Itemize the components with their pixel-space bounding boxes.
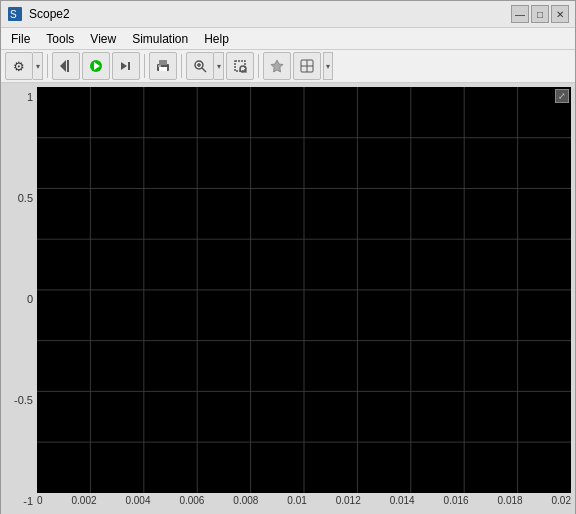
toolbar: ⚙ ▾ — [1, 50, 575, 83]
title-bar-left: S Scope2 — [7, 6, 70, 22]
x-label-0018: 0.018 — [498, 495, 523, 511]
maximize-button[interactable]: □ — [531, 5, 549, 23]
svg-rect-10 — [159, 67, 167, 71]
svg-line-18 — [245, 71, 247, 73]
step-button[interactable] — [112, 52, 140, 80]
close-button[interactable]: ✕ — [551, 5, 569, 23]
x-label-0004: 0.004 — [125, 495, 150, 511]
plot-area[interactable]: ⤢ — [37, 87, 571, 493]
main-window: S Scope2 — □ ✕ File Tools View Simulatio… — [0, 0, 576, 514]
x-label-0016: 0.016 — [444, 495, 469, 511]
window-title: Scope2 — [29, 7, 70, 21]
y-label-1: 1 — [5, 91, 37, 103]
separator-4 — [258, 54, 259, 78]
svg-rect-3 — [67, 60, 69, 72]
settings-button[interactable]: ⚙ — [5, 52, 33, 80]
minimize-button[interactable]: — — [511, 5, 529, 23]
plot-container: 1 0.5 0 -0.5 -1 ⤢ — [1, 83, 575, 514]
svg-rect-9 — [159, 60, 167, 65]
x-label-0008: 0.008 — [233, 495, 258, 511]
svg-rect-7 — [128, 62, 130, 70]
menu-help[interactable]: Help — [198, 30, 235, 48]
plot-svg — [37, 87, 571, 493]
y-label-05: 0.5 — [5, 192, 37, 204]
plot-maximize-button[interactable]: ⤢ — [555, 89, 569, 103]
zoom-in-button[interactable] — [186, 52, 214, 80]
cursor-dropdown-arrow[interactable]: ▾ — [323, 52, 333, 80]
zoom-dropdown-arrow[interactable]: ▾ — [214, 52, 224, 80]
svg-text:S: S — [10, 9, 17, 20]
separator-1 — [47, 54, 48, 78]
menu-bar: File Tools View Simulation Help — [1, 28, 575, 50]
separator-2 — [144, 54, 145, 78]
svg-rect-11 — [158, 65, 161, 67]
menu-file[interactable]: File — [5, 30, 36, 48]
x-label-0002: 0.002 — [71, 495, 96, 511]
svg-marker-19 — [271, 60, 283, 72]
x-label-0006: 0.006 — [179, 495, 204, 511]
zoom-box-button[interactable] — [226, 52, 254, 80]
play-button[interactable] — [82, 52, 110, 80]
settings-dropdown: ⚙ ▾ — [5, 52, 43, 80]
svg-marker-6 — [121, 62, 127, 70]
svg-line-13 — [202, 68, 206, 72]
stop-button[interactable] — [52, 52, 80, 80]
title-bar: S Scope2 — □ ✕ — [1, 1, 575, 28]
x-axis: 0 0.002 0.004 0.006 0.008 0.01 0.012 0.0… — [37, 493, 571, 511]
x-label-0014: 0.014 — [390, 495, 415, 511]
x-label-0: 0 — [37, 495, 43, 511]
cursor-button[interactable] — [293, 52, 321, 80]
zoom-dropdown: ▾ — [186, 52, 224, 80]
print-button[interactable] — [149, 52, 177, 80]
x-label-002: 0.02 — [552, 495, 571, 511]
separator-3 — [181, 54, 182, 78]
menu-simulation[interactable]: Simulation — [126, 30, 194, 48]
menu-tools[interactable]: Tools — [40, 30, 80, 48]
x-label-0012: 0.012 — [336, 495, 361, 511]
y-label-0: 0 — [5, 293, 37, 305]
properties-button[interactable] — [263, 52, 291, 80]
menu-view[interactable]: View — [84, 30, 122, 48]
y-axis: 1 0.5 0 -0.5 -1 — [5, 87, 37, 511]
window-icon: S — [7, 6, 23, 22]
svg-marker-2 — [60, 60, 66, 72]
title-controls: — □ ✕ — [511, 5, 569, 23]
settings-dropdown-arrow[interactable]: ▾ — [33, 52, 43, 80]
x-label-001: 0.01 — [287, 495, 306, 511]
y-label-neg1: -1 — [5, 495, 37, 507]
y-label-neg05: -0.5 — [5, 394, 37, 406]
